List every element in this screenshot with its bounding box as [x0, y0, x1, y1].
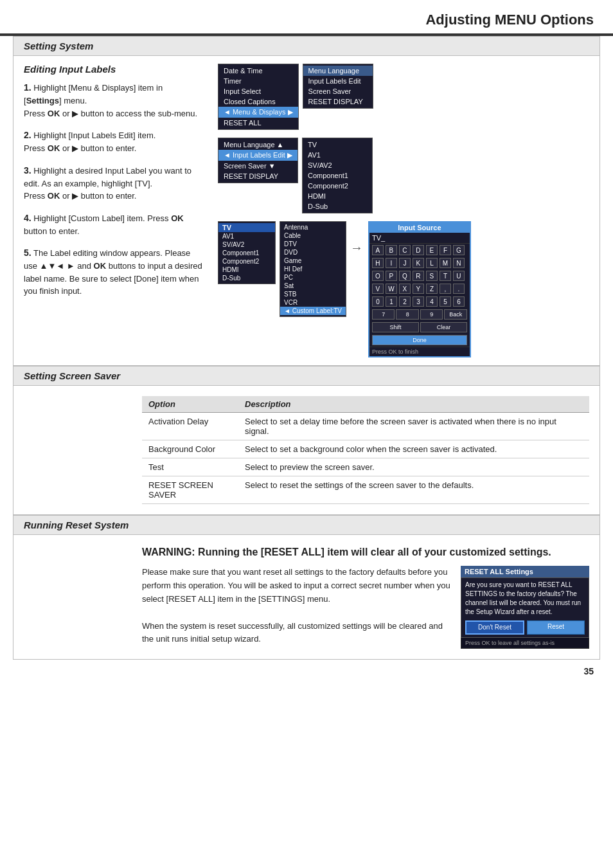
- key-S[interactable]: S: [426, 271, 438, 281]
- col-header-option: Option: [142, 396, 238, 413]
- reset-button[interactable]: Reset: [527, 620, 585, 635]
- key-D[interactable]: D: [413, 245, 424, 255]
- screen-saver-table: Option Description Activation Delay Sele…: [142, 396, 589, 504]
- key-I[interactable]: I: [386, 258, 397, 268]
- menu-displays-submenu: Menu Language Input Labels Edit Screen S…: [303, 64, 373, 109]
- key-T[interactable]: T: [440, 271, 451, 281]
- key-H[interactable]: H: [372, 258, 384, 268]
- key-3[interactable]: 3: [413, 296, 424, 307]
- tv-list-menu: TV AV1 SV/AV2 Component1 Component2 HDMI…: [302, 138, 373, 213]
- section-header-setting-system: Setting System: [13, 36, 600, 56]
- menu-item-closed-captions: Closed Captions: [218, 96, 298, 107]
- settings-menu: Date & Time Timer Input Select Closed Ca…: [218, 64, 299, 130]
- dialog-header: RESET ALL Settings: [461, 566, 589, 577]
- input-source-keyboard: Input Source TV_ A B C D E F G: [368, 221, 471, 357]
- key-5[interactable]: 5: [440, 296, 451, 307]
- key-Z[interactable]: Z: [426, 284, 438, 294]
- key-X[interactable]: X: [399, 284, 411, 294]
- dont-reset-button[interactable]: Don't Reset: [465, 620, 524, 635]
- keyboard-row-3: O P Q R S T U: [369, 269, 470, 282]
- key-1[interactable]: 1: [386, 296, 397, 307]
- col-header-description: Description: [238, 396, 589, 413]
- key-M[interactable]: M: [440, 258, 451, 268]
- ant-stb: STB: [280, 290, 346, 298]
- key-back[interactable]: Back: [444, 309, 467, 320]
- reset-body: Please make sure that you want reset all…: [142, 566, 589, 649]
- key-A[interactable]: A: [372, 245, 384, 255]
- key-U[interactable]: U: [453, 271, 465, 281]
- key-K[interactable]: K: [413, 258, 424, 268]
- key-J[interactable]: J: [399, 258, 411, 268]
- key-7[interactable]: 7: [372, 309, 395, 320]
- key-E[interactable]: E: [426, 245, 438, 255]
- tv-item-tv: TV: [303, 140, 372, 150]
- step-2: 2. Highlight [Input Labels Edit] item. P…: [24, 129, 202, 155]
- key-R[interactable]: R: [413, 271, 424, 281]
- key-0[interactable]: 0: [372, 296, 384, 307]
- submenu-menu-language: Menu Language: [303, 66, 373, 76]
- table-row: Activation Delay Select to set a delay t…: [142, 413, 589, 440]
- input-labels-menu: Menu Language ▲ ◄ Input Labels Edit ▶ Sc…: [218, 138, 298, 183]
- step-3: 3. Highlight a desired Input Label you w…: [24, 164, 202, 203]
- desc-test: Select to preview the screen saver.: [238, 458, 589, 476]
- key-F[interactable]: F: [440, 245, 451, 255]
- table-row: Test Select to preview the screen saver.: [142, 458, 589, 476]
- page-number: 35: [0, 660, 613, 683]
- tv-item-comp2: Component2: [303, 181, 372, 191]
- keyboard-row-1: A B C D E F G: [369, 244, 470, 257]
- key-period[interactable]: .: [453, 284, 465, 294]
- key-L[interactable]: L: [426, 258, 438, 268]
- menu-pair-3: TV AV1 SV/AV2 Component1 Component2 HDMI…: [218, 221, 594, 357]
- key-2[interactable]: 2: [399, 296, 411, 307]
- key-P[interactable]: P: [386, 271, 397, 281]
- ss-table-container: Option Description Activation Delay Sele…: [142, 396, 600, 504]
- key-comma[interactable]: ,: [440, 284, 451, 294]
- menu-pair-1: Date & Time Timer Input Select Closed Ca…: [218, 64, 594, 130]
- submenu-reset-display: RESET DISPLAY: [303, 96, 373, 107]
- key-clear[interactable]: Clear: [420, 322, 467, 332]
- ant-antenna: Antenna: [280, 223, 346, 231]
- ant-sat: Sat: [280, 282, 346, 290]
- il-reset-display: RESET DISPLAY: [218, 171, 298, 181]
- option-test: Test: [142, 458, 238, 476]
- reset-dialog-box: RESET ALL Settings Are you sure you want…: [461, 566, 589, 649]
- menu-pair-2: Menu Language ▲ ◄ Input Labels Edit ▶ Sc…: [218, 138, 594, 213]
- keyboard-done-row: Done: [369, 334, 470, 347]
- keyboard-row-2: H I J K L M N: [369, 257, 470, 269]
- input-list-box: TV AV1 SV/AV2 Component1 Component2 HDMI…: [218, 221, 276, 284]
- antenna-list-box: Antenna Cable DTV DVD Game HI Def PC Sat…: [280, 221, 346, 317]
- dialog-body: Are you sure you want to RESET ALL SETTI…: [461, 577, 589, 638]
- reset-text: Please make sure that you want reset all…: [142, 566, 450, 646]
- editing-right-panel: Date & Time Timer Input Select Closed Ca…: [213, 64, 600, 357]
- input-comp2: Component2: [218, 257, 275, 266]
- key-V[interactable]: V: [372, 284, 384, 294]
- option-reset-screen-saver: RESET SCREEN SAVER: [142, 476, 238, 504]
- keyboard-shift-clear-row: Shift Clear: [369, 321, 470, 334]
- key-4[interactable]: 4: [426, 296, 438, 307]
- key-O[interactable]: O: [372, 271, 384, 281]
- key-Q[interactable]: Q: [399, 271, 411, 281]
- key-G[interactable]: G: [453, 245, 465, 255]
- tv-item-hdmi: HDMI: [303, 191, 372, 201]
- input-hdmi: HDMI: [218, 266, 275, 274]
- key-N[interactable]: N: [453, 258, 465, 268]
- keyboard-bottom-row: 7 8 9 Back: [369, 308, 470, 321]
- tv-item-svav2: SV/AV2: [303, 160, 372, 170]
- section-header-running-reset: Running Reset System: [13, 515, 600, 535]
- page-title: Adjusting MENU Options: [0, 0, 613, 35]
- key-Y[interactable]: Y: [413, 284, 424, 294]
- option-background-color: Background Color: [142, 440, 238, 458]
- ant-game: Game: [280, 257, 346, 265]
- menu-item-input-select: Input Select: [218, 86, 298, 96]
- key-9[interactable]: 9: [420, 309, 443, 320]
- key-6[interactable]: 6: [453, 296, 465, 307]
- key-B[interactable]: B: [386, 245, 397, 255]
- key-W[interactable]: W: [386, 284, 397, 294]
- key-shift[interactable]: Shift: [372, 322, 419, 332]
- key-C[interactable]: C: [399, 245, 411, 255]
- key-8[interactable]: 8: [396, 309, 419, 320]
- il-menu-language: Menu Language ▲: [218, 140, 298, 150]
- key-done[interactable]: Done: [372, 335, 467, 345]
- reset-left-blank: [13, 545, 142, 649]
- keyboard-row-4: V W X Y Z , .: [369, 282, 470, 295]
